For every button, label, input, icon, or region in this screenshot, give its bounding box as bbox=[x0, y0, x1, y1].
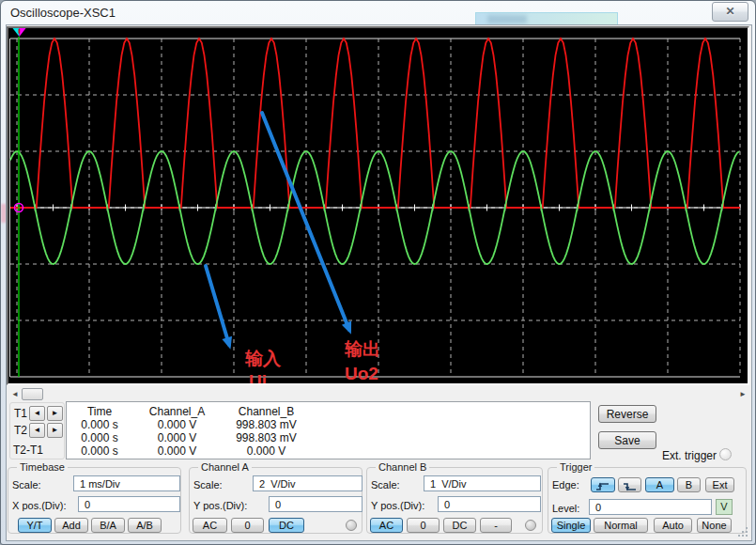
t2-right-button[interactable]: ► bbox=[47, 423, 63, 438]
channel-a-ypos-label: Y pos.(Div): bbox=[193, 500, 247, 511]
title-bar[interactable]: Oscilloscope-XSC1 ✕ bbox=[1, 1, 755, 25]
ext-trigger-label: Ext. trigger bbox=[662, 449, 717, 462]
t2-label: T2 bbox=[14, 424, 27, 437]
t2t1-channel-b: 0.000 V bbox=[222, 444, 311, 458]
timebase-scale-field[interactable]: 1 ms/Div bbox=[73, 475, 180, 491]
channel-a-zero-button[interactable]: 0 bbox=[231, 518, 264, 533]
trigger-auto-button[interactable]: Auto bbox=[654, 518, 692, 533]
timebase-group: Timebase Scale: 1 ms/Div X pos.(Div): 0 … bbox=[8, 467, 181, 534]
window-title: Oscilloscope-XSC1 bbox=[10, 6, 116, 20]
cursor-panel: T1 ◄ ► T2 ◄ ► T2-T1 bbox=[9, 402, 65, 459]
trigger-normal-button[interactable]: Normal bbox=[594, 518, 648, 533]
channel-a-dc-button[interactable]: DC bbox=[269, 518, 304, 533]
trigger-source-a-button[interactable]: A bbox=[645, 477, 674, 492]
falling-edge-icon bbox=[623, 481, 638, 492]
trigger-group: Trigger Edge: A B Ext Level: 0 V Single bbox=[548, 467, 747, 534]
arrow-left-icon: ◄ bbox=[34, 426, 41, 434]
channel-b-ypos-label: Y pos.(Div): bbox=[371, 500, 424, 511]
arrow-right-icon: ► bbox=[52, 426, 59, 434]
client-area: 输入Ui输出Uo2 ◄ ► T1 ◄ ► T2 ◄ ► T2-T1 Time C… bbox=[7, 25, 751, 540]
t1-label: T1 bbox=[14, 407, 27, 420]
channel-b-probe-indicator bbox=[525, 520, 536, 531]
trigger-source-ext-button[interactable]: Ext bbox=[705, 477, 734, 492]
col-channel-b: Channel_B bbox=[222, 405, 311, 418]
scroll-left-icon[interactable]: ◄ bbox=[9, 389, 21, 400]
channel-b-dc-button[interactable]: DC bbox=[443, 518, 476, 533]
trigger-level-label: Level: bbox=[552, 503, 579, 514]
timebase-scale-label: Scale: bbox=[12, 479, 41, 490]
close-button[interactable]: ✕ bbox=[712, 2, 748, 22]
channel-a-title: Channel A bbox=[198, 461, 252, 473]
trigger-level-unit-select[interactable]: V bbox=[716, 499, 733, 515]
channel-b-scale-field[interactable]: 1 V/Div bbox=[424, 475, 541, 491]
timebase-yt-button[interactable]: Y/T bbox=[18, 518, 52, 533]
channel-b-scale-label: Scale: bbox=[371, 479, 400, 490]
trigger-falling-edge-button[interactable] bbox=[618, 477, 641, 492]
svg-text:Ui: Ui bbox=[249, 371, 267, 383]
t2t1-time: 0.000 s bbox=[67, 444, 132, 458]
channel-a-ypos-field[interactable]: 0 bbox=[269, 496, 363, 512]
waveform-plot: 输入Ui输出Uo2 bbox=[8, 28, 748, 383]
horizontal-scrollbar[interactable]: ◄ ► bbox=[8, 388, 749, 401]
trigger-single-button[interactable]: Single bbox=[551, 518, 591, 533]
trigger-none-button[interactable]: None bbox=[697, 518, 732, 533]
table-row-t2: 0.000 s 0.000 V 998.803 mV bbox=[67, 431, 590, 444]
channel-a-group: Channel A Scale: 2 V/Div Y pos.(Div): 0 … bbox=[189, 467, 363, 534]
t1-channel-a: 0.000 V bbox=[132, 418, 222, 431]
timebase-xpos-field[interactable]: 0 bbox=[78, 496, 180, 512]
timebase-title: Timebase bbox=[17, 461, 68, 473]
glass-reflection bbox=[487, 15, 527, 23]
col-channel-a: Channel_A bbox=[132, 405, 222, 418]
channel-b-title: Channel B bbox=[376, 461, 429, 473]
trigger-edge-label: Edge: bbox=[552, 479, 579, 490]
channel-a-probe-indicator bbox=[346, 520, 357, 531]
t1-left-button[interactable]: ◄ bbox=[29, 406, 45, 421]
t2-channel-a: 0.000 V bbox=[132, 431, 222, 444]
rising-edge-icon bbox=[595, 481, 610, 492]
trigger-source-b-button[interactable]: B bbox=[677, 477, 701, 492]
timebase-add-button[interactable]: Add bbox=[54, 518, 88, 533]
t2-time: 0.000 s bbox=[67, 431, 132, 444]
channel-a-ac-button[interactable]: AC bbox=[193, 518, 227, 533]
channel-b-group: Channel B Scale: 1 V/Div Y pos.(Div): 0 … bbox=[366, 467, 543, 534]
timebase-ba-button[interactable]: B/A bbox=[91, 518, 125, 533]
svg-text:输出: 输出 bbox=[344, 339, 380, 359]
readout-table: Time Channel_A Channel_B 0.000 s 0.000 V… bbox=[66, 401, 591, 459]
t2-left-button[interactable]: ◄ bbox=[29, 423, 45, 438]
trigger-rising-edge-button[interactable] bbox=[591, 477, 615, 492]
channel-b-ypos-field[interactable]: 0 bbox=[438, 496, 541, 512]
col-time: Time bbox=[67, 405, 132, 418]
channel-a-scale-label: Scale: bbox=[193, 479, 223, 490]
channel-a-scale-field[interactable]: 2 V/Div bbox=[253, 475, 363, 491]
t1-channel-b: 998.803 mV bbox=[222, 418, 311, 431]
t2-channel-b: 998.803 mV bbox=[222, 431, 311, 444]
t2t1-channel-a: 0.000 V bbox=[132, 444, 222, 458]
t1-right-button[interactable]: ► bbox=[47, 406, 63, 421]
resize-grip[interactable] bbox=[737, 526, 748, 537]
t1-time: 0.000 s bbox=[67, 418, 132, 431]
trigger-title: Trigger bbox=[557, 461, 594, 473]
scope-display[interactable]: 输入Ui输出Uo2 bbox=[7, 26, 749, 385]
timebase-xpos-label: X pos.(Div): bbox=[12, 500, 66, 511]
trigger-level-field[interactable]: 0 bbox=[589, 499, 712, 515]
close-icon: ✕ bbox=[725, 5, 734, 18]
table-row-t1: 0.000 s 0.000 V 998.803 mV bbox=[67, 418, 590, 430]
reverse-button[interactable]: Reverse bbox=[598, 405, 656, 423]
readout-header-row: Time Channel_A Channel_B bbox=[67, 405, 590, 417]
save-button[interactable]: Save bbox=[598, 431, 656, 449]
oscilloscope-window: Oscilloscope-XSC1 ✕ 输入Ui输出Uo2 ◄ ► T1 ◄ ►… bbox=[0, 0, 756, 545]
svg-text:输入: 输入 bbox=[244, 349, 282, 368]
ext-trigger-indicator bbox=[719, 448, 732, 460]
timebase-ab-button[interactable]: A/B bbox=[128, 518, 162, 533]
arrow-left-icon: ◄ bbox=[34, 409, 41, 417]
arrow-right-icon: ► bbox=[52, 409, 59, 417]
channel-b-minus-button[interactable]: - bbox=[480, 518, 512, 533]
table-row-t2-t1: 0.000 s 0.000 V 0.000 V bbox=[67, 444, 590, 457]
scroll-right-icon[interactable]: ► bbox=[737, 389, 748, 400]
t2-t1-label: T2-T1 bbox=[13, 444, 43, 457]
svg-text:Uo2: Uo2 bbox=[345, 364, 378, 383]
channel-b-ac-button[interactable]: AC bbox=[370, 518, 403, 533]
channel-b-zero-button[interactable]: 0 bbox=[407, 518, 440, 533]
scrollbar-thumb[interactable] bbox=[22, 388, 43, 400]
